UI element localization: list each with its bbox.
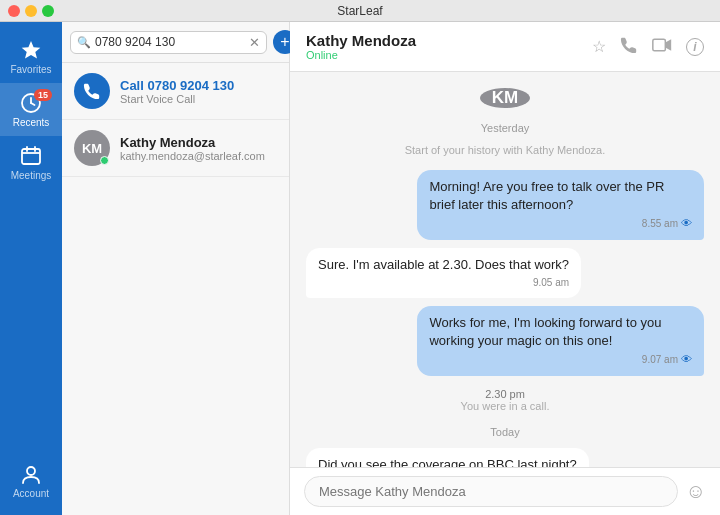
search-bar: 🔍 ✕ + [62, 22, 289, 63]
close-button[interactable] [8, 5, 20, 17]
date-label-today: Today [306, 426, 704, 438]
chat-contact-status: Online [306, 49, 416, 61]
search-clear-icon[interactable]: ✕ [249, 35, 260, 50]
title-bar: StarLeaf [0, 0, 720, 22]
svg-marker-0 [22, 41, 41, 59]
message-row: Did you see the coverage on BBC last nig… [306, 448, 704, 467]
message-time: 9.07 am [642, 353, 678, 367]
account-label: Account [13, 488, 49, 499]
svg-line-3 [31, 103, 35, 105]
contact-initials: KM [82, 141, 102, 156]
message-input[interactable] [304, 476, 678, 507]
chat-header-icons: ☆ i [592, 36, 704, 58]
sidebar-item-meetings[interactable]: Meetings [0, 136, 62, 189]
message-time: 8.55 am [642, 217, 678, 231]
window-controls[interactable] [8, 5, 54, 17]
contact-panel: 🔍 ✕ + Call 0780 9204 130 Start Voice Cal… [62, 22, 290, 515]
app-title: StarLeaf [337, 4, 382, 18]
contact-email: kathy.mendoza@starleaf.com [120, 150, 265, 162]
favorites-icon [19, 38, 43, 62]
svg-rect-9 [653, 39, 666, 51]
svg-rect-4 [22, 149, 40, 164]
contact-avatar: KM [74, 130, 110, 166]
emoji-button[interactable]: ☺ [686, 480, 706, 503]
message-row: Morning! Are you free to talk over the P… [306, 170, 704, 240]
sidebar-item-recents[interactable]: 15 Recents [0, 83, 62, 136]
chat-header: Kathy Mendoza Online ☆ i [290, 22, 720, 72]
read-receipt-icon: 👁 [681, 216, 692, 231]
online-indicator [100, 156, 109, 165]
phone-call-icon[interactable] [620, 36, 638, 58]
date-label-yesterday: Yesterday [306, 122, 704, 134]
call-title: Call 0780 9204 130 [120, 78, 234, 93]
message-input-bar: ☺ [290, 467, 720, 515]
message-text: Sure. I'm available at 2.30. Does that w… [318, 257, 569, 272]
star-icon[interactable]: ☆ [592, 37, 606, 56]
sidebar: Favorites 15 Recents Meetings Account [0, 22, 62, 515]
message-bubble-received: Did you see the coverage on BBC last nig… [306, 448, 589, 467]
search-icon: 🔍 [77, 36, 91, 49]
video-icon[interactable] [652, 37, 672, 57]
sidebar-item-account[interactable]: Account [0, 454, 62, 507]
message-time: 9.05 am [533, 276, 569, 290]
chat-header-left: Kathy Mendoza Online [306, 32, 416, 61]
message-bubble-sent: Morning! Are you free to talk over the P… [417, 170, 704, 240]
info-icon[interactable]: i [686, 38, 704, 56]
chat-panel: Kathy Mendoza Online ☆ i KM Yesterday [290, 22, 720, 515]
call-info: Call 0780 9204 130 Start Voice Call [120, 78, 234, 105]
chat-avatar-large: KM [480, 88, 530, 108]
meetings-icon [19, 144, 43, 168]
minimize-button[interactable] [25, 5, 37, 17]
contact-row[interactable]: KM Kathy Mendoza kathy.mendoza@starleaf.… [62, 120, 289, 177]
history-start-text: Start of your history with Kathy Mendoza… [306, 144, 704, 156]
recents-label: Recents [13, 117, 50, 128]
meetings-label: Meetings [11, 170, 52, 181]
system-message-call: 2.30 pm You were in a call. [306, 388, 704, 412]
sidebar-item-favorites[interactable]: Favorites [0, 30, 62, 83]
contact-info: Kathy Mendoza kathy.mendoza@starleaf.com [120, 135, 265, 162]
svg-point-8 [27, 467, 35, 475]
main-layout: Favorites 15 Recents Meetings Account [0, 22, 720, 515]
message-row: Sure. I'm available at 2.30. Does that w… [306, 248, 704, 298]
call-subtitle: Start Voice Call [120, 93, 234, 105]
contact-name: Kathy Mendoza [120, 135, 265, 150]
search-input[interactable] [95, 35, 245, 49]
message-row: Works for me, I'm looking forward to you… [306, 306, 704, 376]
favorites-label: Favorites [10, 64, 51, 75]
message-text: Morning! Are you free to talk over the P… [429, 179, 664, 212]
search-input-wrap[interactable]: 🔍 ✕ [70, 31, 267, 54]
account-icon [19, 462, 43, 486]
chat-avatar-initials: KM [492, 88, 518, 108]
read-receipt-icon: 👁 [681, 352, 692, 367]
messages-area[interactable]: KM Yesterday Start of your history with … [290, 72, 720, 467]
maximize-button[interactable] [42, 5, 54, 17]
phone-icon-circle [74, 73, 110, 109]
chat-contact-name: Kathy Mendoza [306, 32, 416, 49]
message-bubble-received: Sure. I'm available at 2.30. Does that w… [306, 248, 581, 298]
recents-badge: 15 [34, 89, 52, 101]
message-text: Did you see the coverage on BBC last nig… [318, 457, 577, 467]
message-bubble-sent: Works for me, I'm looking forward to you… [417, 306, 704, 376]
call-suggestion-row[interactable]: Call 0780 9204 130 Start Voice Call [62, 63, 289, 120]
message-text: Works for me, I'm looking forward to you… [429, 315, 661, 348]
